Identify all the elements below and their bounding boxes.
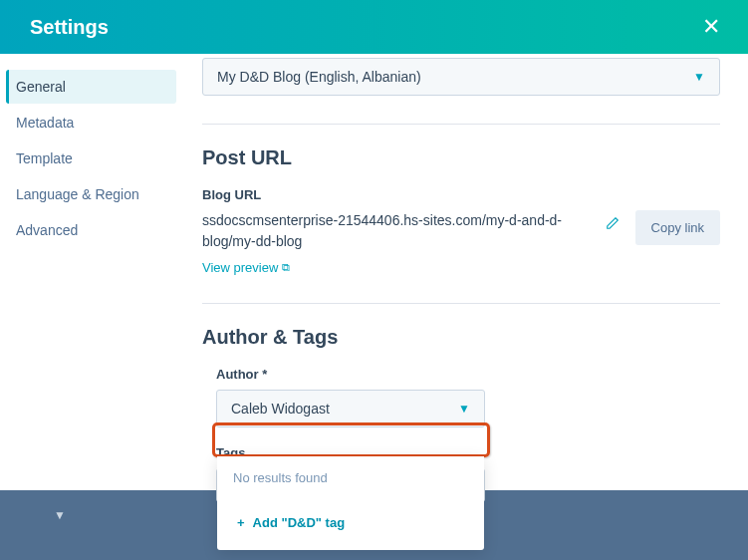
sidebar-item-template[interactable]: Template <box>6 141 176 175</box>
add-tag-button[interactable]: + Add "D&D" tag <box>223 503 478 542</box>
external-link-icon: ⧉ <box>282 261 290 274</box>
pencil-icon <box>606 216 620 230</box>
section-title-author-tags: Author & Tags <box>202 326 720 349</box>
view-preview-label: View preview <box>202 260 278 275</box>
tags-dropdown: No results found + Add "D&D" tag <box>217 456 484 550</box>
plus-icon: + <box>237 515 245 530</box>
blog-url-row: ssdocscmsenterprise-21544406.hs-sites.co… <box>202 210 720 275</box>
sidebar-item-label: Advanced <box>16 222 78 238</box>
author-label: Author * <box>216 367 720 382</box>
chevron-down-icon: ▼ <box>458 402 470 416</box>
close-icon: ✕ <box>702 14 720 39</box>
sidebar-item-general[interactable]: General <box>6 70 176 104</box>
sidebar-item-label: Metadata <box>16 115 74 131</box>
sidebar-item-metadata[interactable]: Metadata <box>6 106 176 140</box>
dropdown-no-results: No results found <box>217 456 484 499</box>
sidebar: General Metadata Template Language & Reg… <box>0 54 182 560</box>
settings-header: Settings ✕ <box>0 0 748 54</box>
blog-url-label: Blog URL <box>202 187 720 202</box>
chevron-down-icon: ▼ <box>693 70 705 84</box>
sidebar-item-label: General <box>16 79 66 95</box>
add-tag-label: Add "D&D" tag <box>253 515 346 530</box>
edit-url-button[interactable] <box>600 210 625 239</box>
header-title: Settings <box>30 16 109 39</box>
blog-url-value: ssdocscmsenterprise-21544406.hs-sites.co… <box>202 210 590 252</box>
section-title-post-url: Post URL <box>202 146 720 169</box>
sidebar-item-label: Template <box>16 150 73 166</box>
author-value: Caleb Widogast <box>231 401 330 417</box>
view-preview-link[interactable]: View preview ⧉ <box>202 260 290 275</box>
copy-link-label: Copy link <box>651 220 704 235</box>
close-button[interactable]: ✕ <box>694 10 728 44</box>
divider <box>202 303 720 304</box>
divider <box>202 124 720 125</box>
chevron-down-icon: ▼ <box>54 508 66 522</box>
sidebar-item-advanced[interactable]: Advanced <box>6 213 176 247</box>
author-select[interactable]: Caleb Widogast ▼ <box>216 390 485 427</box>
sidebar-item-label: Language & Region <box>16 186 139 202</box>
sidebar-item-language-region[interactable]: Language & Region <box>6 177 176 211</box>
copy-link-button[interactable]: Copy link <box>635 210 720 245</box>
blog-select[interactable]: My D&D Blog (English, Albanian) ▼ <box>202 58 720 96</box>
blog-select-value: My D&D Blog (English, Albanian) <box>217 69 421 85</box>
